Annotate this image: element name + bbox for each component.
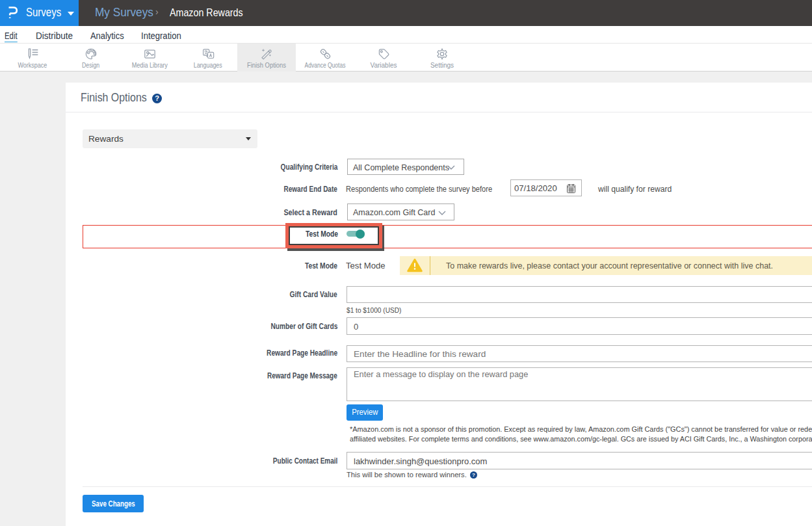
svg-text:?: ? xyxy=(472,472,475,478)
svg-text:?: ? xyxy=(155,94,159,102)
